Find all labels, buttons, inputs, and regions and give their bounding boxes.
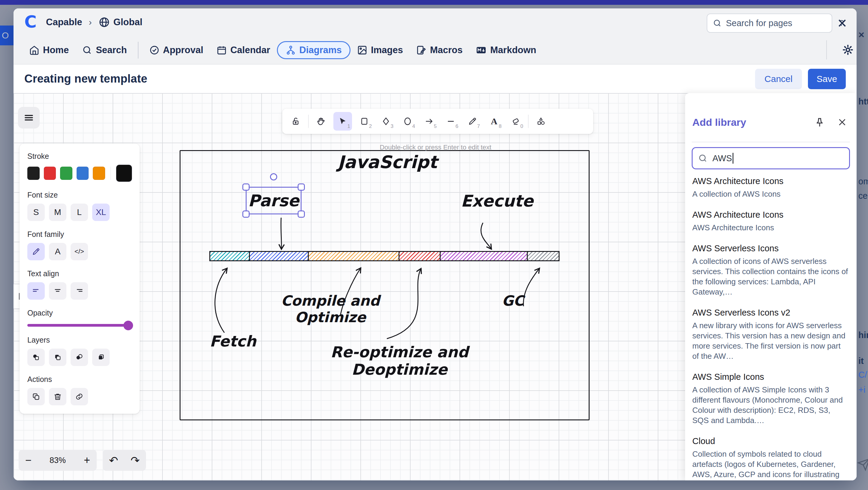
library-search-input[interactable]: AWS bbox=[712, 154, 732, 163]
library-close-button[interactable] bbox=[836, 117, 849, 129]
diagram-execute-text[interactable]: Execute bbox=[449, 192, 545, 210]
diagram-fetch-text[interactable]: Fetch bbox=[202, 333, 264, 350]
library-item[interactable]: AWS Architecture Icons A collection of A… bbox=[692, 176, 848, 199]
macros-icon bbox=[416, 45, 427, 55]
selection-tool-button[interactable]: 1 bbox=[333, 112, 352, 131]
ellipse-tool-button[interactable]: 4 bbox=[398, 112, 417, 131]
eraser-tool-button[interactable]: 0 bbox=[506, 112, 525, 131]
page-search-input[interactable] bbox=[726, 18, 839, 28]
library-item[interactable]: Cloud Collection of symbols related to c… bbox=[692, 436, 848, 480]
library-item-title[interactable]: AWS Serverless Icons v2 bbox=[692, 307, 848, 318]
lock-tool-button[interactable] bbox=[286, 112, 305, 131]
zoom-in-button[interactable]: + bbox=[84, 455, 90, 466]
nav-item-macros[interactable]: Macros bbox=[410, 41, 469, 59]
selection-handle[interactable] bbox=[242, 210, 250, 218]
bar-segment bbox=[210, 252, 250, 260]
line-tool-button[interactable]: 6 bbox=[441, 112, 460, 131]
font-size-xl-button[interactable]: XL bbox=[92, 203, 110, 221]
font-hand-drawn-button[interactable] bbox=[27, 243, 45, 260]
font-size-l-button[interactable]: L bbox=[70, 203, 88, 221]
home-icon bbox=[29, 45, 39, 55]
opacity-slider[interactable] bbox=[27, 324, 132, 327]
library-item-title[interactable]: AWS Architecture Icons bbox=[692, 209, 848, 220]
bar-segment bbox=[250, 252, 309, 260]
stroke-swatch-red[interactable] bbox=[44, 167, 56, 180]
selection-handle[interactable] bbox=[242, 184, 250, 191]
settings-gear-icon[interactable] bbox=[839, 41, 856, 58]
nav-item-search[interactable]: Search bbox=[75, 41, 133, 59]
align-center-button[interactable] bbox=[49, 282, 66, 300]
zoom-out-button[interactable]: − bbox=[25, 455, 32, 466]
nav-item-home[interactable]: Home bbox=[23, 41, 75, 59]
rectangle-tool-button[interactable]: 2 bbox=[355, 112, 374, 131]
redo-button[interactable]: ↷ bbox=[131, 454, 140, 466]
zoom-level[interactable]: 83% bbox=[50, 456, 66, 465]
font-size-s-button[interactable]: S bbox=[27, 203, 45, 221]
font-code-button[interactable]: </> bbox=[70, 243, 88, 260]
breadcrumb-app[interactable]: Capable bbox=[46, 17, 82, 28]
nav-item-approval[interactable]: Approval bbox=[143, 41, 210, 59]
diamond-tool-button[interactable]: 3 bbox=[377, 112, 395, 131]
library-item-title[interactable]: Cloud bbox=[692, 436, 848, 447]
save-button[interactable]: Save bbox=[808, 69, 846, 89]
font-size-m-button[interactable]: M bbox=[49, 203, 66, 221]
link-button[interactable] bbox=[70, 388, 88, 405]
pin-icon[interactable] bbox=[814, 117, 826, 129]
bring-forward-button[interactable] bbox=[70, 349, 88, 366]
bring-to-front-button[interactable] bbox=[92, 349, 110, 366]
arrow-tool-button[interactable]: 5 bbox=[420, 112, 438, 131]
selection-handle[interactable] bbox=[298, 210, 305, 218]
background-text-fragment: +i bbox=[858, 385, 865, 395]
modal-close-button[interactable] bbox=[835, 16, 849, 30]
timeline-bar[interactable] bbox=[209, 251, 560, 261]
undo-button[interactable]: ↶ bbox=[109, 454, 118, 466]
diagram-frame-rectangle[interactable] bbox=[180, 150, 590, 420]
library-item-title[interactable]: AWS Serverless Icons bbox=[692, 243, 848, 254]
diagram-compile-text[interactable]: Compile and Optimize bbox=[254, 292, 407, 325]
library-item-title[interactable]: AWS Architecture Icons bbox=[692, 176, 848, 187]
library-item[interactable]: AWS Serverless Icons A collection of ico… bbox=[692, 243, 848, 297]
nav-item-calendar[interactable]: Calendar bbox=[210, 41, 277, 59]
nav-label: Calendar bbox=[230, 45, 270, 56]
diagram-gc-text[interactable]: GC bbox=[491, 292, 535, 309]
nav-item-images[interactable]: Images bbox=[350, 41, 410, 59]
text-tool-button[interactable]: A 8 bbox=[485, 112, 503, 131]
send-to-back-button[interactable] bbox=[27, 349, 45, 366]
send-backward-button[interactable] bbox=[49, 349, 66, 366]
diagram-reoptimize-text[interactable]: Re-optimize and Deoptimize bbox=[302, 344, 497, 378]
duplicate-icon bbox=[32, 392, 40, 401]
align-right-button[interactable] bbox=[70, 282, 88, 300]
font-size-section: Font size S M L XL bbox=[27, 191, 132, 221]
hand-icon bbox=[316, 117, 326, 126]
library-item[interactable]: AWS Architecture Icons AWS Architecture … bbox=[692, 209, 848, 233]
nav-item-diagrams[interactable]: Diagrams bbox=[277, 41, 350, 59]
stroke-swatch-blue[interactable] bbox=[76, 167, 89, 180]
more-shapes-button[interactable] bbox=[532, 112, 550, 131]
diagram-title-text[interactable]: JavaScript bbox=[328, 152, 447, 172]
rotation-handle[interactable] bbox=[270, 173, 277, 181]
align-left-button[interactable] bbox=[27, 282, 45, 300]
selection-handle[interactable] bbox=[298, 184, 305, 191]
page-search-box[interactable]: ? bbox=[707, 13, 832, 33]
duplicate-button[interactable] bbox=[27, 388, 45, 405]
eraser-icon bbox=[511, 117, 520, 126]
stroke-swatch-black[interactable] bbox=[27, 167, 40, 180]
hand-tool-button[interactable] bbox=[312, 112, 330, 131]
library-item[interactable]: AWS Serverless Icons v2 A new library wi… bbox=[692, 307, 848, 361]
library-item-title[interactable]: AWS Simple Icons bbox=[692, 371, 848, 382]
font-normal-button[interactable]: A bbox=[49, 243, 66, 260]
diagram-parse-text[interactable]: Parse bbox=[248, 191, 299, 210]
delete-button[interactable] bbox=[49, 388, 66, 405]
draw-tool-button[interactable]: 7 bbox=[463, 112, 482, 131]
current-stroke-swatch[interactable] bbox=[116, 165, 132, 182]
stroke-swatch-orange[interactable] bbox=[93, 167, 105, 180]
nav-item-markdown[interactable]: Markdown bbox=[469, 41, 543, 59]
breadcrumb-space[interactable]: Global bbox=[114, 17, 142, 28]
stroke-swatch-green[interactable] bbox=[60, 167, 72, 180]
selected-parse-element[interactable]: Parse bbox=[246, 187, 302, 215]
library-search-box[interactable]: AWS bbox=[692, 147, 850, 169]
opacity-slider-knob[interactable] bbox=[123, 321, 133, 330]
cancel-button[interactable]: Cancel bbox=[755, 69, 802, 89]
library-item[interactable]: AWS Simple Icons A collection of AWS Sim… bbox=[692, 371, 848, 425]
canvas-menu-button[interactable] bbox=[18, 107, 40, 129]
